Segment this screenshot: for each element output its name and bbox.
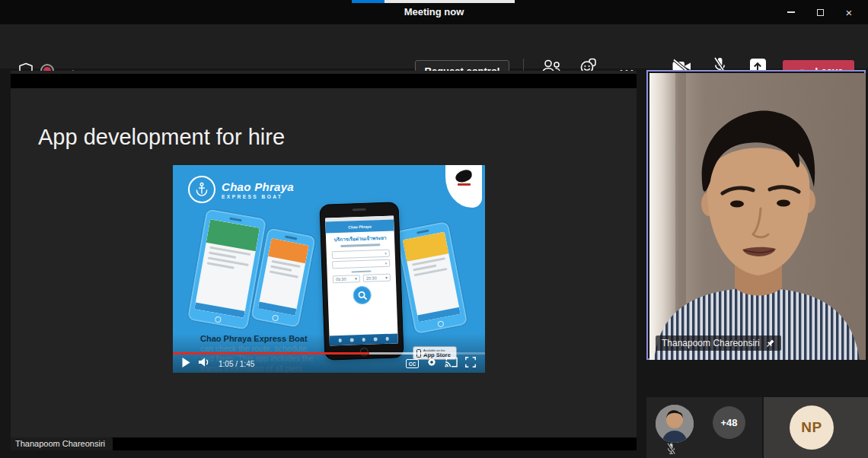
tab-loading-indicator-blue bbox=[352, 0, 385, 3]
participant-tile[interactable]: +48 bbox=[646, 397, 762, 458]
slide-title: App development for hire bbox=[38, 125, 285, 150]
play-icon[interactable] bbox=[182, 357, 190, 371]
window-titlebar: Meeting now × bbox=[0, 0, 868, 24]
shared-app-bottom-bar: Thanapoom Chareonsiri bbox=[11, 437, 637, 450]
mic-muted-icon bbox=[666, 443, 676, 458]
presenter-name-label: Thanapoom Chareonsiri bbox=[11, 437, 113, 450]
shared-app-top-bar bbox=[11, 74, 637, 88]
close-icon: × bbox=[846, 6, 853, 19]
phone-mockup-4 bbox=[394, 220, 468, 335]
minimize-button[interactable] bbox=[777, 0, 806, 24]
pinned-video-tile[interactable]: Thanapoom Chareonsiri bbox=[646, 70, 866, 360]
pinned-name-label: Thanapoom Chareonsiri bbox=[656, 336, 781, 351]
brand-tagline: EXPRESS BOAT bbox=[222, 194, 294, 199]
fullscreen-icon[interactable] bbox=[465, 357, 476, 371]
settings-gear-icon[interactable] bbox=[426, 357, 437, 371]
phone-time-to: 20:30▾ bbox=[363, 274, 391, 282]
youtube-player[interactable]: Chao Phraya EXPRESS BOAT bbox=[173, 165, 485, 373]
maximize-icon bbox=[817, 9, 824, 16]
phone-dropdown-1: ▾ bbox=[332, 249, 390, 259]
meeting-window: Meeting now × --:-- Request control bbox=[0, 0, 868, 458]
captions-icon[interactable]: CC bbox=[406, 359, 419, 368]
studio-logo bbox=[445, 165, 482, 208]
participant-avatar[interactable] bbox=[656, 405, 694, 443]
phone-app-title: บริการเรือด่วนเจ้าพระยา bbox=[326, 234, 394, 243]
video-controls: 1:05 / 1:45 CC bbox=[173, 355, 485, 373]
window-controls: × bbox=[777, 0, 863, 24]
video-time: 1:05 / 1:45 bbox=[219, 360, 254, 368]
cast-icon[interactable] bbox=[445, 357, 458, 371]
volume-icon[interactable] bbox=[198, 357, 211, 371]
participant-video bbox=[649, 73, 866, 360]
participant-tile-np[interactable]: NP bbox=[764, 397, 868, 458]
phone-time-from: 05:30▾ bbox=[333, 275, 360, 283]
studio-logo-text bbox=[458, 183, 471, 186]
phone-dropdown-2: ▾ bbox=[332, 259, 390, 269]
chao-phraya-brand: Chao Phraya EXPRESS BOAT bbox=[188, 176, 294, 203]
overflow-count-badge[interactable]: +48 bbox=[713, 406, 745, 439]
brand-name: Chao Phraya bbox=[222, 180, 294, 193]
screen-share-view[interactable]: App development for hire Chao Phraya EXP… bbox=[11, 71, 637, 450]
search-icon bbox=[353, 286, 372, 305]
initials-avatar: NP bbox=[790, 406, 834, 450]
tab-loading-indicator-white bbox=[385, 0, 515, 3]
pin-icon[interactable] bbox=[765, 339, 775, 348]
meeting-toolbar: --:-- Request control People bbox=[0, 24, 868, 68]
studio-logo-mark bbox=[455, 169, 474, 183]
phone-app-header: Chao Phraya bbox=[325, 219, 394, 233]
window-title: Meeting now bbox=[0, 6, 868, 17]
minimize-icon bbox=[787, 11, 795, 13]
anchor-icon bbox=[188, 176, 215, 203]
close-button[interactable]: × bbox=[834, 0, 863, 24]
maximize-button[interactable] bbox=[806, 0, 834, 24]
